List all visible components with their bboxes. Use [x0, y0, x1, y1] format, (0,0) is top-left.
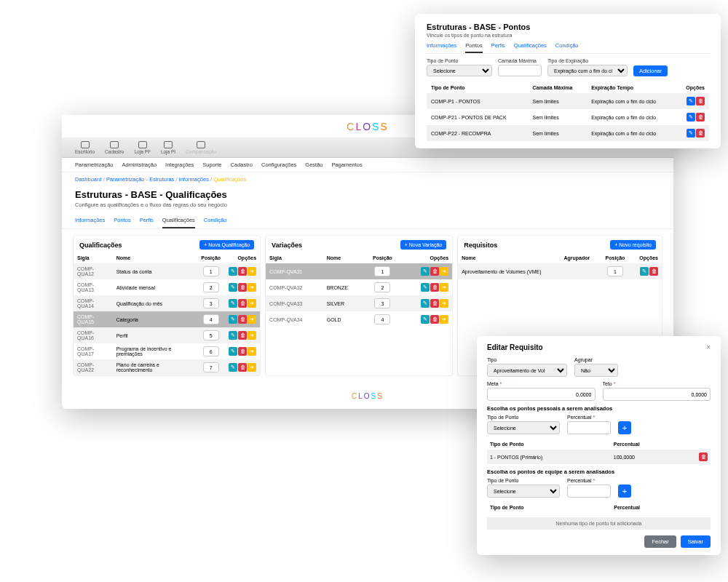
- delete-icon[interactable]: 🗑: [649, 267, 658, 276]
- edit-icon[interactable]: ✎: [421, 315, 430, 324]
- table-row[interactable]: COMP-QUA12Status da conta1✎🗑➜: [74, 263, 260, 279]
- go-icon[interactable]: ➜: [248, 267, 256, 276]
- edit-icon[interactable]: ✎: [229, 283, 237, 292]
- expiracao-select[interactable]: Expiração com o fim do ciclo: [547, 65, 628, 76]
- delete-icon[interactable]: 🗑: [430, 267, 439, 276]
- tab-perfis[interactable]: Perfis: [491, 42, 505, 53]
- edit-icon[interactable]: ✎: [229, 363, 237, 372]
- tab-condição[interactable]: Condição: [555, 42, 579, 53]
- edit-icon[interactable]: ✎: [229, 267, 237, 276]
- edit-icon[interactable]: ✎: [229, 299, 237, 308]
- edit-icon[interactable]: ✎: [687, 97, 695, 105]
- breadcrumb-link[interactable]: Parametrização - Estruturas: [106, 176, 174, 183]
- tipo-ponto-equipe-select[interactable]: Selecione: [487, 485, 560, 498]
- tipo-ponto-select[interactable]: Selecione: [487, 421, 560, 434]
- delete-icon[interactable]: 🗑: [238, 363, 247, 372]
- edit-icon[interactable]: ✎: [421, 267, 430, 276]
- table-row[interactable]: COMP-QUA15Categoria4✎🗑➜: [74, 311, 260, 327]
- nav-loja pf[interactable]: Loja PF: [134, 141, 150, 154]
- tab-informações[interactable]: Informações: [427, 42, 456, 53]
- go-icon[interactable]: ➜: [440, 283, 448, 292]
- camada-input[interactable]: [498, 65, 542, 76]
- meta-input[interactable]: [487, 388, 596, 401]
- breadcrumb-link[interactable]: Dashboard: [75, 176, 102, 183]
- new-qualification-button[interactable]: + Nova Qualificação: [199, 240, 254, 250]
- percentual-input[interactable]: [567, 421, 611, 434]
- go-icon[interactable]: ➜: [248, 283, 256, 292]
- delete-icon[interactable]: 🗑: [696, 129, 705, 137]
- delete-icon[interactable]: 🗑: [238, 331, 247, 340]
- percentual-equipe-input[interactable]: [567, 485, 611, 498]
- table-row[interactable]: COMP-QUA17Programa de incentivo e premia…: [74, 343, 260, 359]
- delete-icon[interactable]: 🗑: [238, 267, 247, 276]
- delete-icon[interactable]: 🗑: [430, 283, 439, 292]
- add-ponto-button[interactable]: +: [618, 421, 631, 434]
- new-requirement-button[interactable]: + Novo requisito: [610, 240, 656, 250]
- delete-icon[interactable]: 🗑: [238, 347, 247, 356]
- delete-icon[interactable]: 🗑: [699, 453, 708, 461]
- table-row[interactable]: COMP-QUA16Perfil5✎🗑➜: [74, 327, 260, 343]
- tab-perfis[interactable]: Perfis: [140, 217, 154, 228]
- table-row[interactable]: COMP-QUA14Qualificação do mês3✎🗑➜: [74, 295, 260, 311]
- table-row[interactable]: COMP-QVA32BRONZE2✎🗑➜: [266, 279, 452, 295]
- teto-input[interactable]: [603, 388, 711, 401]
- close-icon[interactable]: ×: [706, 343, 711, 351]
- go-icon[interactable]: ➜: [248, 299, 256, 308]
- table-row[interactable]: COMP-QVA33SILVER3✎🗑➜: [266, 295, 452, 311]
- edit-icon[interactable]: ✎: [229, 315, 237, 324]
- table-row[interactable]: COMP-QVA311✎🗑➜: [266, 263, 452, 279]
- edit-icon[interactable]: ✎: [640, 267, 649, 276]
- edit-icon[interactable]: ✎: [421, 283, 430, 292]
- salvar-button[interactable]: Salvar: [681, 535, 711, 548]
- delete-icon[interactable]: 🗑: [430, 299, 439, 308]
- edit-icon[interactable]: ✎: [229, 347, 237, 356]
- delete-icon[interactable]: 🗑: [430, 315, 439, 324]
- tipo-ponto-select[interactable]: Selecione: [427, 65, 492, 76]
- delete-icon[interactable]: 🗑: [238, 283, 247, 292]
- table-row[interactable]: COMP-QUA22Plano de carreira e reconhecim…: [74, 359, 260, 375]
- tab-pontos[interactable]: Pontos: [114, 217, 130, 228]
- go-icon[interactable]: ➜: [440, 267, 448, 276]
- go-icon[interactable]: ➜: [440, 299, 448, 308]
- tab-qualificações[interactable]: Qualificações: [162, 217, 195, 228]
- breadcrumb-link[interactable]: Informações: [179, 176, 209, 183]
- go-icon[interactable]: ➜: [248, 315, 256, 324]
- nav-loja pi[interactable]: Loja PI: [161, 141, 175, 154]
- tab-condição[interactable]: Condição: [204, 217, 227, 228]
- delete-icon[interactable]: 🗑: [238, 315, 247, 324]
- nav-cadastro[interactable]: Cadastro: [105, 141, 124, 154]
- edit-icon[interactable]: ✎: [229, 331, 237, 340]
- add-ponto-equipe-button[interactable]: +: [618, 485, 631, 498]
- delete-icon[interactable]: 🗑: [238, 299, 247, 308]
- nav-escritório[interactable]: Escritório: [75, 141, 95, 154]
- nav-compensação[interactable]: Compensação: [186, 141, 216, 154]
- table-row[interactable]: COMP-QUA13Atividade mensal2✎🗑➜: [74, 279, 260, 295]
- go-icon[interactable]: ➜: [248, 347, 256, 356]
- tab-informações[interactable]: Informações: [75, 217, 105, 228]
- subnav-pagamentos[interactable]: Pagamentos: [332, 162, 363, 168]
- fechar-button[interactable]: Fechar: [644, 535, 676, 548]
- delete-icon[interactable]: 🗑: [696, 97, 705, 105]
- new-variation-button[interactable]: + Nova Variação: [400, 240, 446, 250]
- subnav-administração[interactable]: Administração: [122, 162, 157, 168]
- subnav-gestão[interactable]: Gestão: [305, 162, 323, 168]
- delete-icon[interactable]: 🗑: [696, 113, 705, 121]
- go-icon[interactable]: ➜: [248, 363, 256, 372]
- table-row[interactable]: Aproveitamento de Volumes (VME)1✎🗑: [458, 263, 662, 279]
- table-row[interactable]: COMP-QVA34GOLD4✎🗑➜: [266, 311, 452, 327]
- agrupar-select[interactable]: Não: [574, 364, 618, 377]
- subnav-integrações[interactable]: Integrações: [165, 162, 194, 168]
- tab-qualificações[interactable]: Qualificações: [514, 42, 547, 53]
- go-icon[interactable]: ➜: [440, 315, 448, 324]
- subnav-parametrização[interactable]: Parametrização: [75, 162, 114, 168]
- tab-pontos[interactable]: Pontos: [465, 42, 482, 53]
- edit-icon[interactable]: ✎: [421, 299, 430, 308]
- subnav-suporte[interactable]: Suporte: [202, 162, 221, 168]
- subnav-configurações[interactable]: Configurações: [261, 162, 296, 168]
- subnav-cadastro[interactable]: Cadastro: [231, 162, 253, 168]
- adicionar-button[interactable]: Adicionar: [633, 65, 668, 76]
- edit-icon[interactable]: ✎: [687, 129, 695, 137]
- edit-icon[interactable]: ✎: [687, 113, 695, 121]
- go-icon[interactable]: ➜: [248, 331, 256, 340]
- tipo-select[interactable]: Aproveitamento de Vol: [487, 364, 567, 377]
